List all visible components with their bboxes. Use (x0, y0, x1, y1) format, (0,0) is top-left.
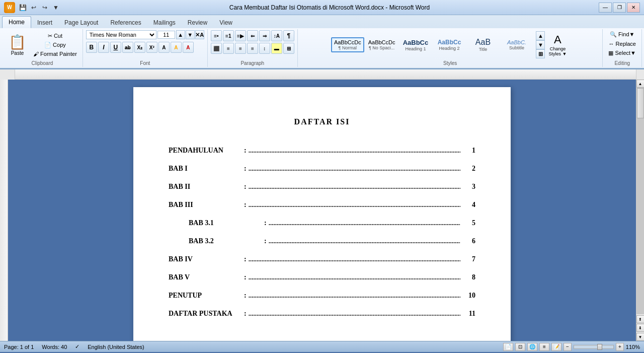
customize-quick-access-button[interactable]: ▼ (51, 3, 60, 12)
tab-home[interactable]: Home (2, 16, 31, 28)
print-layout-view-button[interactable]: 📄 (503, 343, 513, 351)
font-color-button[interactable]: A (183, 42, 194, 53)
scroll-up-button[interactable]: ▲ (636, 80, 645, 88)
toc-colon: : (244, 183, 247, 191)
clear-formatting-button[interactable]: ✕A (195, 30, 204, 39)
zoom-out-button[interactable]: − (564, 343, 572, 351)
word-count: Words: 40 (42, 344, 67, 350)
show-marks-button[interactable]: ¶ (283, 30, 294, 41)
toc-colon: : (264, 219, 267, 227)
font-name-select[interactable]: Times New Roman (86, 30, 156, 39)
font-group: Times New Roman ▲ ▼ ✕A B I U ab X₂ X² (83, 29, 208, 67)
find-button[interactable]: 🔍 Find▼ (607, 30, 637, 39)
tab-view[interactable]: View (213, 17, 238, 28)
replace-button[interactable]: ↔ Replace (606, 40, 638, 48)
full-screen-view-button[interactable]: ⊡ (515, 343, 525, 351)
undo-button[interactable]: ↩ (29, 3, 38, 12)
toc-entry: PENUTUP : ..............................… (169, 292, 475, 300)
tab-insert[interactable]: Insert (31, 17, 58, 28)
style-no-spacing[interactable]: AaBbCcDc ¶ No Spaci... (365, 37, 398, 52)
scroll-track[interactable] (636, 88, 645, 314)
page-indicator: Page: 1 of 1 (4, 344, 34, 350)
paragraph-group: ≡• ≡1 ≡▶ ⇐ ⇒ ↕A ¶ ⬛ ≡ ≡ ≡ ↕ ▬ ⊞ (208, 29, 298, 67)
decrease-font-size-button[interactable]: ▼ (186, 30, 195, 39)
increase-indent-button[interactable]: ⇒ (259, 30, 270, 41)
styles-scroll-down-button[interactable]: ▼ (536, 40, 545, 49)
zoom-in-button[interactable]: + (616, 343, 624, 351)
decrease-indent-button[interactable]: ⇐ (247, 30, 258, 41)
ruler-corner (0, 69, 15, 80)
italic-button[interactable]: I (98, 42, 109, 53)
line-spacing-button[interactable]: ↕ (259, 43, 270, 54)
sort-button[interactable]: ↕A (271, 30, 282, 41)
style-heading1-label: Heading 1 (402, 46, 429, 51)
scroll-down-button[interactable]: ▼ (636, 333, 645, 341)
zoom-slider[interactable] (574, 345, 614, 349)
redo-button[interactable]: ↪ (40, 3, 49, 12)
underline-button[interactable]: U (110, 42, 121, 53)
format-painter-button[interactable]: 🖌 Format Painter (31, 50, 79, 58)
style-subtitle[interactable]: AaBbC. Subtitle (500, 37, 533, 52)
style-normal[interactable]: AaBbCcDc ¶ Normal (331, 37, 364, 52)
font-size-input[interactable] (157, 31, 175, 39)
text-effects-button[interactable]: A (158, 42, 170, 53)
toc-entry: BAB 3.1 : ..............................… (169, 219, 475, 227)
multilevel-list-button[interactable]: ≡▶ (235, 30, 246, 41)
web-layout-view-button[interactable]: 🌐 (527, 343, 537, 351)
tab-mailings[interactable]: Mailings (147, 17, 182, 28)
ruler-right-corner (636, 69, 644, 80)
toc-label: BAB II (169, 183, 244, 191)
superscript-button[interactable]: X² (146, 42, 157, 53)
minimize-button[interactable]: — (599, 3, 612, 13)
styles-scroll-up-button[interactable]: ▲ (536, 31, 545, 40)
toc-colon: : (244, 273, 247, 281)
cut-button[interactable]: ✂ Cut (31, 32, 79, 40)
paste-button[interactable]: 📋 Paste (5, 32, 30, 58)
scroll-prev-page-button[interactable]: ⬆ (636, 315, 645, 323)
toc-colon: : (244, 165, 247, 173)
highlight-color-button[interactable]: A (171, 42, 182, 53)
tab-review[interactable]: Review (182, 17, 213, 28)
subscript-button[interactable]: X₂ (134, 42, 145, 53)
change-styles-button[interactable]: A ChangeStyles ▼ (546, 31, 569, 59)
draft-view-button[interactable]: 📝 (551, 343, 561, 351)
toc-colon: : (244, 147, 247, 155)
strikethrough-button[interactable]: ab (122, 42, 133, 53)
style-title-label: Title (469, 47, 496, 52)
align-right-button[interactable]: ≡ (235, 43, 246, 54)
style-title[interactable]: AaB Title (466, 36, 499, 54)
scroll-bottom-buttons: ⬆ ⬇ (636, 314, 645, 333)
restore-button[interactable]: ❐ (613, 3, 626, 13)
numbering-button[interactable]: ≡1 (223, 30, 234, 41)
style-heading1[interactable]: AaBbCc Heading 1 (399, 37, 432, 53)
toc-label: DAFTAR PUSTAKA (169, 310, 244, 318)
toc-label: BAB 3.2 (189, 237, 264, 245)
align-center-button[interactable]: ≡ (223, 43, 234, 54)
editing-group-content: 🔍 Find▼ ↔ Replace ▦ Select▼ (606, 30, 638, 59)
style-heading2[interactable]: AaBbCc Heading 2 (433, 37, 465, 53)
shading-button[interactable]: ▬ (271, 43, 282, 54)
toc-entry: DAFTAR PUSTAKA : .......................… (169, 310, 475, 318)
outline-view-button[interactable]: ≡ (539, 343, 549, 351)
increase-font-size-button[interactable]: ▲ (176, 30, 185, 39)
styles-more-button[interactable]: ⊞ (536, 49, 545, 58)
vertical-scrollbar[interactable]: ▲ ⬆ ⬇ ▼ (636, 80, 644, 341)
close-button[interactable]: ✕ (627, 3, 640, 13)
status-bar-left: Page: 1 of 1 Words: 40 ✓ English (United… (4, 343, 144, 350)
tab-references[interactable]: References (104, 17, 147, 28)
borders-button[interactable]: ⊞ (283, 43, 294, 54)
select-button[interactable]: ▦ Select▼ (606, 49, 638, 57)
bullets-button[interactable]: ≡• (211, 30, 222, 41)
toc-page: 10 (460, 292, 475, 300)
tab-page-layout[interactable]: Page Layout (58, 17, 104, 28)
save-button[interactable]: 💾 (18, 3, 27, 12)
bold-button[interactable]: B (86, 42, 97, 53)
align-left-button[interactable]: ⬛ (211, 43, 222, 54)
document-scroll-area[interactable]: DAFTAR ISI PENDAHULUAN : ...............… (8, 80, 636, 341)
status-bar-right: 📄 ⊡ 🌐 ≡ 📝 − + 110% (503, 343, 640, 351)
scroll-thumb[interactable] (637, 88, 644, 118)
justify-button[interactable]: ≡ (247, 43, 258, 54)
scroll-next-page-button[interactable]: ⬇ (636, 324, 645, 332)
main-content: DAFTAR ISI PENDAHULUAN : ...............… (0, 80, 644, 341)
copy-button[interactable]: 📄 Copy (31, 41, 79, 49)
